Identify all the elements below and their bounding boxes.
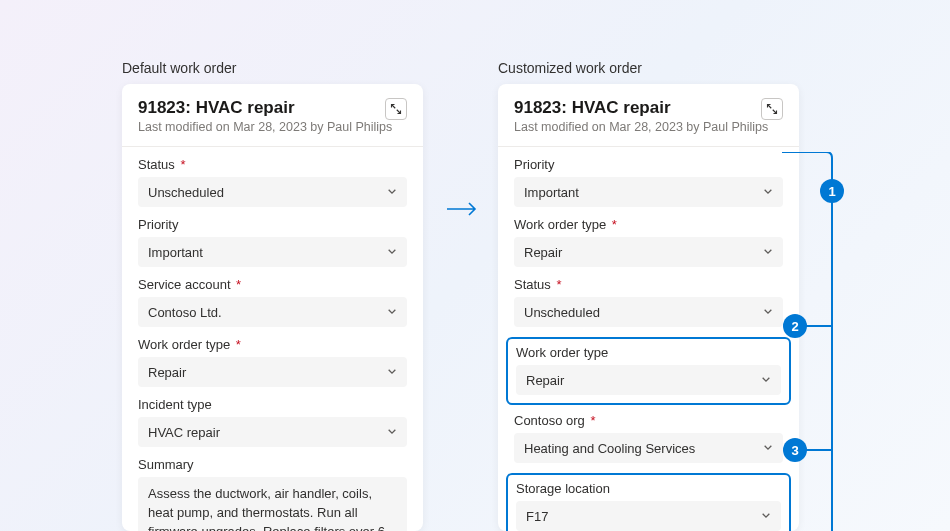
default-label: Default work order: [122, 60, 236, 76]
service-account-dropdown[interactable]: Contoso Ltd.: [138, 297, 407, 327]
card-header: 91823: HVAC repair Last modified on Mar …: [122, 84, 423, 147]
dropdown-value: Repair: [148, 365, 186, 380]
chevron-down-icon: [763, 185, 773, 200]
card-subtitle: Last modified on Mar 28, 2023 by Paul Ph…: [514, 120, 783, 134]
dropdown-value: HVAC repair: [148, 425, 220, 440]
dropdown-value: Important: [148, 245, 203, 260]
callout-3: 3: [783, 438, 807, 462]
card-header: 91823: HVAC repair Last modified on Mar …: [498, 84, 799, 147]
dropdown-value: Contoso Ltd.: [148, 305, 222, 320]
card-title: 91823: HVAC repair: [138, 98, 407, 118]
field-label: Summary: [138, 457, 407, 472]
field-label: Status *: [138, 157, 407, 172]
priority-dropdown[interactable]: Important: [138, 237, 407, 267]
dropdown-value: Repair: [526, 373, 564, 388]
status-dropdown[interactable]: Unscheduled: [138, 177, 407, 207]
contoso-org-field: Contoso org * Heating and Cooling Servic…: [514, 413, 783, 463]
storage-location-field: Storage location F17: [516, 481, 781, 531]
work-order-type-req-field: Work order type * Repair: [514, 217, 783, 267]
dropdown-value: Heating and Cooling Services: [524, 441, 695, 456]
default-card: 91823: HVAC repair Last modified on Mar …: [122, 84, 423, 531]
field-label: Work order type *: [138, 337, 407, 352]
card-body: Priority Important Work order type * Rep…: [498, 147, 799, 531]
field-label: Priority: [138, 217, 407, 232]
work-order-type-dropdown[interactable]: Repair: [514, 237, 783, 267]
callout-1: 1: [820, 179, 844, 203]
chevron-down-icon: [763, 245, 773, 260]
expand-icon[interactable]: [761, 98, 783, 120]
arrow-icon: [445, 200, 479, 222]
work-order-type-field: Work order type * Repair: [138, 337, 407, 387]
field-label: Status *: [514, 277, 783, 292]
highlight-storage-location: Storage location F17: [506, 473, 791, 531]
chevron-down-icon: [387, 425, 397, 440]
chevron-down-icon: [763, 305, 773, 320]
priority-field: Priority Important: [138, 217, 407, 267]
incident-type-field: Incident type HVAC repair: [138, 397, 407, 447]
card-body: Status * Unscheduled Priority Important …: [122, 147, 423, 531]
dropdown-value: Repair: [524, 245, 562, 260]
card-title: 91823: HVAC repair: [514, 98, 783, 118]
work-order-type-2-field: Work order type Repair: [516, 345, 781, 395]
chevron-down-icon: [763, 441, 773, 456]
work-order-type-2-dropdown[interactable]: Repair: [516, 365, 781, 395]
chevron-down-icon: [387, 245, 397, 260]
status-field: Status * Unscheduled: [514, 277, 783, 327]
field-label: Incident type: [138, 397, 407, 412]
summary-field: Summary Assess the ductwork, air handler…: [138, 457, 407, 531]
status-dropdown[interactable]: Unscheduled: [514, 297, 783, 327]
dropdown-value: F17: [526, 509, 548, 524]
field-label: Service account *: [138, 277, 407, 292]
card-subtitle: Last modified on Mar 28, 2023 by Paul Ph…: [138, 120, 407, 134]
customized-card: 91823: HVAC repair Last modified on Mar …: [498, 84, 799, 531]
chevron-down-icon: [387, 185, 397, 200]
service-account-field: Service account * Contoso Ltd.: [138, 277, 407, 327]
priority-field: Priority Important: [514, 157, 783, 207]
field-label: Storage location: [516, 481, 781, 496]
chevron-down-icon: [761, 373, 771, 388]
incident-type-dropdown[interactable]: HVAC repair: [138, 417, 407, 447]
status-field: Status * Unscheduled: [138, 157, 407, 207]
storage-location-dropdown[interactable]: F17: [516, 501, 781, 531]
chevron-down-icon: [387, 365, 397, 380]
dropdown-value: Unscheduled: [524, 305, 600, 320]
chevron-down-icon: [387, 305, 397, 320]
summary-textarea[interactable]: Assess the ductwork, air handler, coils,…: [138, 477, 407, 531]
contoso-org-dropdown[interactable]: Heating and Cooling Services: [514, 433, 783, 463]
field-label: Contoso org *: [514, 413, 783, 428]
callout-2: 2: [783, 314, 807, 338]
priority-dropdown[interactable]: Important: [514, 177, 783, 207]
dropdown-value: Unscheduled: [148, 185, 224, 200]
field-label: Priority: [514, 157, 783, 172]
customized-label: Customized work order: [498, 60, 642, 76]
dropdown-value: Important: [524, 185, 579, 200]
chevron-down-icon: [761, 509, 771, 524]
work-order-type-dropdown[interactable]: Repair: [138, 357, 407, 387]
expand-icon[interactable]: [385, 98, 407, 120]
highlight-work-order-type: Work order type Repair: [506, 337, 791, 405]
field-label: Work order type *: [514, 217, 783, 232]
field-label: Work order type: [516, 345, 781, 360]
